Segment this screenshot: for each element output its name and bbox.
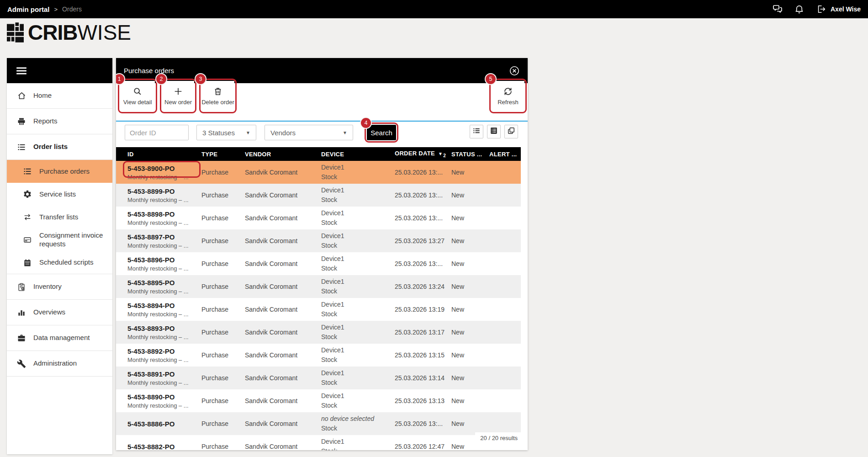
copy-icon bbox=[507, 126, 516, 137]
column-header-id[interactable]: ID bbox=[127, 151, 201, 158]
order-status: New bbox=[451, 283, 489, 290]
detail-view-button[interactable] bbox=[487, 125, 501, 138]
order-status: New bbox=[451, 329, 489, 336]
table-row[interactable]: 5-453-8882-PO Purchase Sandvik Coromant … bbox=[116, 435, 521, 450]
device-line2: Stock bbox=[321, 195, 395, 205]
order-status: New bbox=[451, 374, 489, 382]
table-row[interactable]: 5-453-8896-PO Monthly restocking – ... P… bbox=[116, 252, 521, 275]
topbar-actions: Axel Wise bbox=[772, 4, 861, 15]
order-device: Device1 Stock bbox=[321, 277, 395, 296]
table-row[interactable]: 5-453-8895-PO Monthly restocking – ... P… bbox=[116, 275, 521, 298]
refresh-button[interactable]: Refresh bbox=[492, 81, 524, 111]
column-header-vendor[interactable]: VENDOR bbox=[245, 151, 321, 158]
detail-view-icon bbox=[489, 126, 498, 137]
delete-order-button[interactable]: Delete order bbox=[201, 81, 234, 111]
order-device: Device1 Stock bbox=[321, 163, 395, 182]
sidebar-menu-toggle[interactable] bbox=[7, 58, 112, 83]
annotation-badge-2: 2 bbox=[155, 73, 167, 85]
table-row[interactable]: 5-453-8899-PO Monthly restocking – ... P… bbox=[116, 184, 521, 207]
user-menu[interactable]: Axel Wise bbox=[816, 4, 861, 15]
sidebar-item-scheduled-scripts[interactable]: Scheduled scripts bbox=[7, 251, 112, 274]
order-id-cell: 5-453-8882-PO bbox=[127, 443, 201, 451]
order-date: 25.03.2026 13:14 bbox=[395, 374, 451, 382]
column-header-type[interactable]: TYPE bbox=[201, 151, 245, 158]
order-subtitle: Monthly restocking – ... bbox=[127, 402, 201, 409]
order-type: Purchase bbox=[201, 306, 245, 313]
copy-view-button[interactable] bbox=[504, 125, 518, 138]
table-row[interactable]: 5-453-8898-PO Monthly restocking – ... P… bbox=[116, 207, 521, 229]
order-vendor: Sandvik Coromant bbox=[245, 443, 321, 450]
table-row[interactable]: 5-453-8894-PO Monthly restocking – ... P… bbox=[116, 298, 521, 321]
order-id: 5-453-8898-PO bbox=[127, 210, 201, 218]
order-status: New bbox=[451, 237, 489, 244]
order-type: Purchase bbox=[201, 191, 245, 199]
device-line1: Device1 bbox=[321, 186, 395, 195]
sidebar-item-administration[interactable]: Administration bbox=[7, 351, 112, 377]
column-header-order-date[interactable]: ORDER DATE▼2 bbox=[395, 150, 451, 158]
list-view-button[interactable] bbox=[470, 125, 483, 138]
order-id-cell: 5-453-8898-PO Monthly restocking – ... bbox=[127, 210, 201, 226]
order-type: Purchase bbox=[201, 443, 245, 450]
order-device: Device1 Stock bbox=[321, 368, 395, 388]
breadcrumb-section[interactable]: Admin portal bbox=[7, 5, 50, 13]
order-date: 25.03.2026 13:24 bbox=[395, 283, 451, 290]
order-id-cell: 5-453-8892-PO Monthly restocking – ... bbox=[127, 347, 201, 363]
sidebar-item-inventory[interactable]: Inventory bbox=[7, 274, 112, 300]
close-icon[interactable] bbox=[509, 65, 520, 76]
order-vendor: Sandvik Coromant bbox=[245, 191, 321, 199]
sidebar-item-label: Service lists bbox=[39, 190, 76, 199]
table-row[interactable]: 5-453-8886-PO Purchase Sandvik Coromant … bbox=[116, 412, 521, 435]
order-id-cell: 5-453-8899-PO Monthly restocking – ... bbox=[127, 187, 201, 203]
bell-icon[interactable] bbox=[794, 4, 805, 15]
order-status: New bbox=[451, 397, 489, 404]
sort-descending-icon[interactable]: ▼ bbox=[438, 151, 443, 156]
table-row[interactable]: 5-453-8893-PO Monthly restocking – ... P… bbox=[116, 321, 521, 344]
order-subtitle: Monthly restocking – ... bbox=[127, 219, 201, 226]
sidebar-item-service-lists[interactable]: Service lists bbox=[7, 183, 112, 206]
sidebar-item-transfer-lists[interactable]: Transfer lists bbox=[7, 206, 112, 228]
order-subtitle: Monthly restocking – ... bbox=[127, 197, 201, 203]
sidebar-item-data-management[interactable]: Data management bbox=[7, 325, 112, 351]
order-subtitle: Monthly restocking – ... bbox=[127, 242, 201, 249]
printer-icon bbox=[16, 117, 26, 127]
sidebar-item-label: Inventory bbox=[33, 282, 62, 291]
table-row[interactable]: 5-453-8890-PO Monthly restocking – ... P… bbox=[116, 389, 521, 412]
view-detail-label: View detail bbox=[123, 99, 152, 106]
annotation-badge-5: 5 bbox=[485, 73, 497, 85]
home-icon bbox=[16, 91, 26, 101]
order-status: New bbox=[451, 420, 489, 427]
search-button[interactable]: Search bbox=[367, 125, 396, 140]
sidebar-item-overviews[interactable]: Overviews bbox=[7, 300, 112, 325]
table-row[interactable]: 5-453-8892-PO Monthly restocking – ... P… bbox=[116, 344, 521, 367]
new-order-button[interactable]: New order bbox=[162, 81, 194, 111]
sidebar-item-order-lists[interactable]: Order lists bbox=[7, 134, 112, 160]
sidebar-item-consignment-invoice-requests[interactable]: Consignment invoice requests bbox=[7, 228, 112, 251]
order-id: 5-453-8897-PO bbox=[127, 233, 201, 241]
view-detail-button[interactable]: View detail bbox=[120, 81, 155, 111]
vendors-dropdown[interactable]: Vendors ▼ bbox=[265, 125, 353, 140]
column-header-device[interactable]: DEVICE bbox=[321, 151, 395, 158]
sidebar-item-label: Overviews bbox=[33, 308, 65, 317]
order-subtitle: Monthly restocking – ... bbox=[127, 311, 201, 318]
sidebar-item-reports[interactable]: Reports bbox=[7, 109, 112, 134]
table-row[interactable]: 5-453-8897-PO Monthly restocking – ... P… bbox=[116, 229, 521, 252]
device-line1: Device1 bbox=[321, 208, 395, 218]
table-row[interactable]: 5-453-8891-PO Monthly restocking – ... P… bbox=[116, 367, 521, 389]
statuses-dropdown[interactable]: 3 Statuses ▼ bbox=[196, 125, 256, 140]
sidebar-item-home[interactable]: Home bbox=[7, 83, 112, 109]
chat-icon[interactable] bbox=[772, 4, 783, 15]
order-vendor: Sandvik Coromant bbox=[245, 169, 321, 176]
order-subtitle: Monthly restocking – ... bbox=[127, 288, 201, 295]
order-type: Purchase bbox=[201, 397, 245, 404]
table-header: IDTYPEVENDORDEVICEORDER DATE▼2STATUS ...… bbox=[116, 147, 521, 161]
device-line1: Device1 bbox=[321, 254, 395, 264]
order-id-input[interactable] bbox=[125, 125, 189, 140]
annotation-box-3: 3 Delete order bbox=[199, 79, 237, 113]
logout-icon[interactable] bbox=[816, 4, 827, 15]
table-row[interactable]: 5-453-8900-PO Monthly restocking – ... P… bbox=[116, 161, 521, 184]
column-header-status[interactable]: STATUS ... bbox=[451, 151, 489, 158]
sidebar-item-purchase-orders[interactable]: Purchase orders bbox=[7, 160, 112, 183]
column-header-alert[interactable]: ALERT ... bbox=[489, 151, 521, 158]
order-id: 5-453-8886-PO bbox=[127, 420, 201, 428]
sidebar-item-label: Data management bbox=[33, 334, 90, 342]
